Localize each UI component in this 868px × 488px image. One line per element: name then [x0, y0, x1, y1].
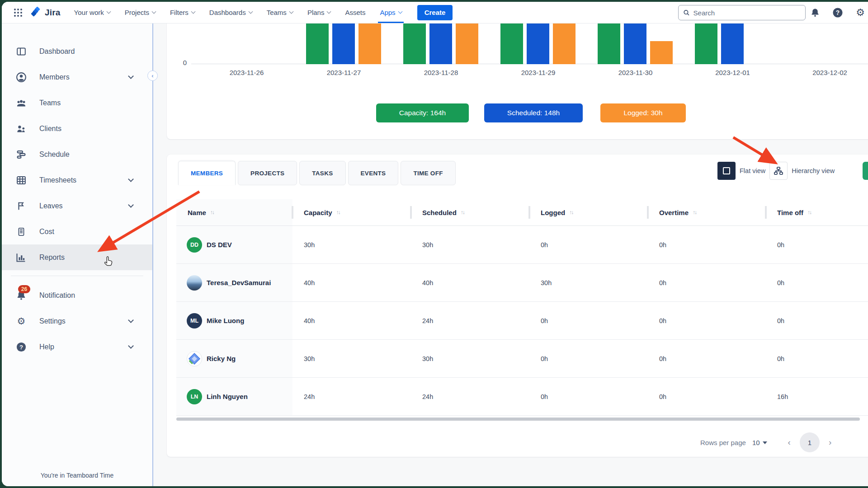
edge-cut-green-button[interactable]: [863, 162, 868, 180]
report-table-card: MEMBERSPROJECTSTASKSEVENTSTIME OFF Flat …: [167, 155, 868, 457]
nav-item[interactable]: Filters: [163, 2, 202, 23]
sidebar-item[interactable]: Teams: [2, 90, 152, 116]
cell-scheduled: 24h: [411, 302, 529, 339]
legend-pill[interactable]: Capacity: 164h: [376, 103, 469, 122]
nav-item[interactable]: Teams: [259, 2, 300, 23]
jira-logo-icon: [30, 7, 42, 19]
sidebar-item[interactable]: Timesheets: [2, 167, 152, 193]
report-tab[interactable]: EVENTS: [348, 161, 399, 185]
bar-logged-2023-11-29: [553, 23, 576, 64]
hierarchy-view-button[interactable]: [769, 162, 788, 180]
cell-logged: 30h: [529, 264, 648, 301]
sidebar-item[interactable]: Dashboard: [2, 38, 152, 64]
column-header: Time off ↑↓: [766, 199, 868, 225]
app-switcher-icon[interactable]: [14, 8, 23, 17]
nav-item[interactable]: Assets: [338, 2, 373, 23]
report-tab[interactable]: TASKS: [299, 161, 345, 185]
timesheets-icon: [14, 174, 28, 187]
horizontal-scrollbar[interactable]: [176, 418, 860, 421]
sidebar-item[interactable]: ? Help: [2, 334, 152, 360]
x-axis-tick-label: 2023-11-30: [587, 69, 684, 76]
report-tab[interactable]: MEMBERS: [178, 161, 236, 185]
nav-item[interactable]: Plans: [300, 2, 338, 23]
table-row[interactable]: Teresa_DevSamurai 40h 40h 30h 0h 0h: [176, 264, 868, 302]
sidebar-item[interactable]: Cost: [2, 219, 152, 244]
cell-scheduled: 30h: [411, 340, 529, 377]
sidebar-item[interactable]: Leaves: [2, 193, 152, 219]
main-content: 0 2023-11-262023-11-272023-11-282023-11-…: [153, 23, 868, 486]
sort-icon[interactable]: ↑↓: [807, 209, 811, 216]
x-axis-tick-label: 2023-11-26: [198, 69, 295, 76]
bar-scheduled-2023-11-29: [527, 23, 549, 64]
hierarchy-view-label: Hierarchy view: [792, 167, 835, 174]
report-tab[interactable]: TIME OFF: [401, 161, 455, 185]
sidebar: Dashboard Members Teams Clients Sche: [2, 23, 152, 486]
nav-item[interactable]: Apps: [373, 2, 409, 23]
sidebar-item[interactable]: Reports: [2, 244, 152, 270]
flat-view-button[interactable]: [717, 162, 736, 180]
sidebar-item-label: Teams: [39, 99, 61, 107]
report-tabs: MEMBERSPROJECTSTASKSEVENTSTIME OFF: [178, 161, 456, 185]
bar-logged-2023-11-27: [359, 23, 381, 64]
column-header-label: Capacity: [304, 209, 332, 216]
sidebar-item[interactable]: Members: [2, 64, 152, 90]
sort-icon[interactable]: ↑↓: [210, 209, 214, 216]
app-window: Jira Your work Projects Filters Dashboar…: [2, 2, 868, 486]
sidebar-edge-divider: [152, 23, 153, 486]
cell-overtime: 0h: [648, 264, 766, 301]
x-axis-tick-label: 2023-12-01: [684, 69, 781, 76]
chevron-down-icon: [289, 9, 293, 14]
table-row[interactable]: DD DS DEV 30h 30h 0h 0h 0h: [176, 226, 868, 264]
sidebar-item-label: Schedule: [39, 150, 70, 159]
flat-view-label: Flat view: [740, 167, 765, 174]
dropdown-caret-icon: [763, 441, 767, 444]
nav-item[interactable]: Dashboards: [202, 2, 259, 23]
sidebar-item[interactable]: ⚙ Settings: [2, 308, 152, 334]
cell-scheduled: 40h: [411, 264, 529, 301]
table-row[interactable]: Ricky Ng 30h 30h 0h 0h 0h: [176, 340, 868, 378]
help-icon[interactable]: ?: [832, 7, 844, 19]
sidebar-item-label: Help: [39, 343, 54, 351]
previous-page-button[interactable]: ‹: [785, 437, 793, 447]
cell-capacity: 30h: [292, 226, 411, 263]
notifications-bell-icon[interactable]: [809, 7, 821, 19]
sort-icon[interactable]: ↑↓: [693, 209, 696, 216]
sidebar-collapse-button[interactable]: ‹: [147, 70, 158, 81]
sidebar-item[interactable]: Schedule: [2, 141, 152, 167]
report-tab[interactable]: PROJECTS: [238, 161, 297, 185]
avatar: DD: [187, 237, 202, 253]
nav-item-label: Apps: [380, 9, 395, 16]
sidebar-item[interactable]: Clients: [2, 116, 152, 141]
teamboard-time-note: You're in Teamboard Time: [2, 472, 152, 479]
sidebar-item-label: Leaves: [39, 202, 63, 210]
sort-icon[interactable]: ↑↓: [461, 209, 464, 216]
chevron-down-icon: [128, 202, 134, 208]
jira-logo[interactable]: Jira: [30, 7, 61, 19]
bar-group-2023-11-27: [306, 23, 381, 64]
table-row[interactable]: ML Mike Luong 40h 24h 0h 0h 0h: [176, 302, 868, 340]
sort-icon[interactable]: ↑↓: [569, 209, 573, 216]
sidebar-item-label: Cost: [39, 228, 54, 236]
table-row[interactable]: LN Linh Nguyen 24h 24h 0h 0h 16h: [176, 378, 868, 416]
cell-timeoff: 0h: [766, 302, 868, 339]
next-page-button[interactable]: ›: [826, 437, 834, 447]
sidebar-item-label: Timesheets: [39, 176, 76, 184]
nav-item[interactable]: Your work: [67, 2, 118, 23]
chart-legend: Capacity: 164hScheduled: 148hLogged: 30h: [167, 103, 868, 122]
cell-timeoff: 16h: [766, 378, 868, 415]
sort-icon[interactable]: ↑↓: [336, 209, 340, 216]
cell-overtime: 0h: [648, 340, 766, 377]
cell-logged: 0h: [529, 378, 648, 415]
search-box[interactable]: [678, 5, 806, 20]
create-button[interactable]: Create: [417, 5, 453, 20]
reports-icon: [14, 251, 28, 264]
current-page-badge[interactable]: 1: [800, 432, 820, 452]
nav-item[interactable]: Projects: [118, 2, 163, 23]
rows-per-page-select[interactable]: 10: [752, 439, 767, 446]
nav-item-label: Filters: [170, 9, 189, 16]
settings-gear-icon[interactable]: ⚙: [854, 7, 866, 19]
legend-pill[interactable]: Scheduled: 148h: [484, 103, 583, 122]
legend-pill[interactable]: Logged: 30h: [600, 103, 686, 122]
search-input[interactable]: [693, 9, 801, 17]
sidebar-item[interactable]: 26 Notification: [2, 282, 152, 308]
